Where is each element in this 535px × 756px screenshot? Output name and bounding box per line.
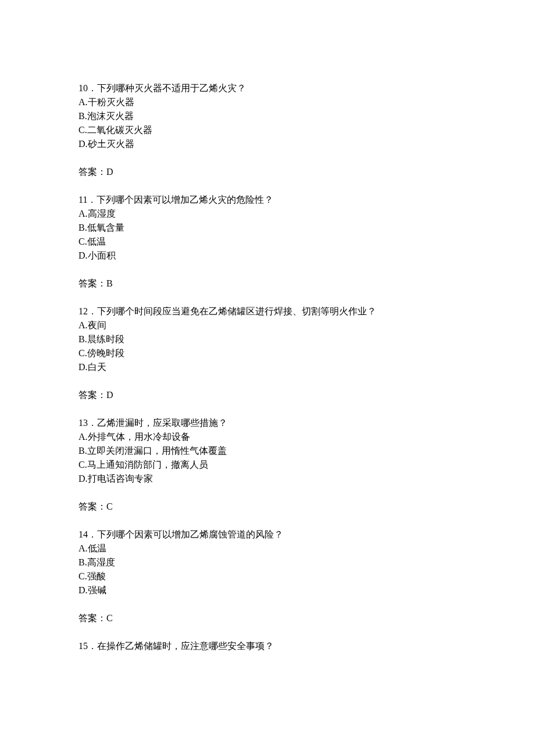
question-number: 14 bbox=[79, 529, 88, 539]
answer-line: 答案：D bbox=[79, 165, 456, 179]
option-c: C.强酸 bbox=[79, 569, 456, 583]
option-d: D.白天 bbox=[79, 360, 456, 374]
answer-label: 答案： bbox=[79, 167, 106, 177]
question-text: 12．下列哪个时间段应当避免在乙烯储罐区进行焊接、切割等明火作业？ bbox=[79, 304, 456, 318]
option-c: C.傍晚时段 bbox=[79, 346, 456, 360]
option-c: C.马上通知消防部门，撤离人员 bbox=[79, 458, 456, 472]
question-number: 12 bbox=[79, 306, 88, 316]
option-a: A.高湿度 bbox=[79, 207, 456, 221]
option-a: A.低温 bbox=[79, 542, 456, 556]
question-block: 15．在操作乙烯储罐时，应注意哪些安全事项？ bbox=[79, 639, 456, 653]
question-number: 15 bbox=[79, 641, 88, 651]
question-text: 15．在操作乙烯储罐时，应注意哪些安全事项？ bbox=[79, 639, 456, 653]
question-text: 10．下列哪种灭火器不适用于乙烯火灾？ bbox=[79, 81, 456, 95]
question-number: 11 bbox=[79, 195, 87, 205]
option-d: D.小面积 bbox=[79, 249, 456, 263]
option-a: A.干粉灭火器 bbox=[79, 95, 456, 109]
option-d: D.砂土灭火器 bbox=[79, 137, 456, 151]
question-stem: ．乙烯泄漏时，应采取哪些措施？ bbox=[88, 418, 227, 428]
answer-line: 答案：D bbox=[79, 388, 456, 402]
question-block: 11．下列哪个因素可以增加乙烯火灾的危险性？ A.高湿度 B.低氧含量 C.低温… bbox=[79, 193, 456, 291]
option-b: B.泡沫灭火器 bbox=[79, 109, 456, 123]
question-text: 11．下列哪个因素可以增加乙烯火灾的危险性？ bbox=[79, 193, 456, 207]
answer-label: 答案： bbox=[79, 501, 106, 511]
question-stem: ．下列哪种灭火器不适用于乙烯火灾？ bbox=[88, 83, 246, 93]
option-d: D.打电话咨询专家 bbox=[79, 472, 456, 486]
question-block: 13．乙烯泄漏时，应采取哪些措施？ A.外排气体，用水冷却设备 B.立即关闭泄漏… bbox=[79, 416, 456, 514]
question-number: 10 bbox=[79, 83, 88, 93]
option-b: B.高湿度 bbox=[79, 556, 456, 569]
answer-value: C bbox=[106, 613, 113, 623]
answer-label: 答案： bbox=[79, 278, 106, 288]
answer-value: D bbox=[106, 390, 113, 400]
option-c: C.二氧化碳灭火器 bbox=[79, 123, 456, 137]
question-block: 10．下列哪种灭火器不适用于乙烯火灾？ A.干粉灭火器 B.泡沫灭火器 C.二氧… bbox=[79, 81, 456, 179]
document-page: 10．下列哪种灭火器不适用于乙烯火灾？ A.干粉灭火器 B.泡沫灭火器 C.二氧… bbox=[0, 0, 535, 756]
answer-line: 答案：C bbox=[79, 500, 456, 514]
answer-label: 答案： bbox=[79, 390, 106, 400]
question-number: 13 bbox=[79, 418, 88, 428]
answer-value: D bbox=[106, 167, 113, 177]
option-d: D.强碱 bbox=[79, 583, 456, 597]
question-text: 14．下列哪个因素可以增加乙烯腐蚀管道的风险？ bbox=[79, 528, 456, 542]
question-stem: ．下列哪个因素可以增加乙烯火灾的危险性？ bbox=[87, 195, 273, 205]
question-stem: ．在操作乙烯储罐时，应注意哪些安全事项？ bbox=[88, 641, 274, 651]
question-stem: ．下列哪个时间段应当避免在乙烯储罐区进行焊接、切割等明火作业？ bbox=[88, 306, 376, 316]
option-a: A.外排气体，用水冷却设备 bbox=[79, 430, 456, 444]
option-b: B.低氧含量 bbox=[79, 221, 456, 235]
answer-value: B bbox=[106, 278, 113, 288]
answer-line: 答案：B bbox=[79, 277, 456, 291]
answer-line: 答案：C bbox=[79, 611, 456, 625]
question-block: 14．下列哪个因素可以增加乙烯腐蚀管道的风险？ A.低温 B.高湿度 C.强酸 … bbox=[79, 528, 456, 625]
answer-value: C bbox=[106, 501, 113, 511]
question-stem: ．下列哪个因素可以增加乙烯腐蚀管道的风险？ bbox=[88, 529, 283, 539]
question-text: 13．乙烯泄漏时，应采取哪些措施？ bbox=[79, 416, 456, 430]
option-b: B.立即关闭泄漏口，用惰性气体覆盖 bbox=[79, 444, 456, 458]
option-a: A.夜间 bbox=[79, 318, 456, 332]
question-block: 12．下列哪个时间段应当避免在乙烯储罐区进行焊接、切割等明火作业？ A.夜间 B… bbox=[79, 304, 456, 402]
option-b: B.晨练时段 bbox=[79, 332, 456, 346]
answer-label: 答案： bbox=[79, 613, 106, 623]
option-c: C.低温 bbox=[79, 235, 456, 249]
